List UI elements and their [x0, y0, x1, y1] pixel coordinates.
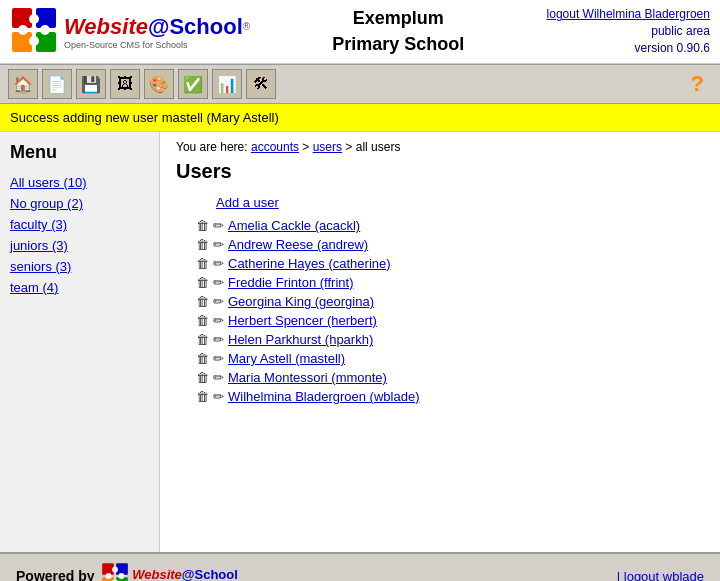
logo-website-text: Website — [64, 14, 148, 40]
page-title: Users — [176, 160, 704, 183]
edit-user-icon[interactable]: ✏ — [213, 275, 224, 290]
user-link[interactable]: Freddie Frinton (ffrint) — [228, 275, 353, 290]
user-link[interactable]: Herbert Spencer (herbert) — [228, 313, 377, 328]
edit-user-icon[interactable]: ✏ — [213, 389, 224, 404]
logout-link[interactable]: | logout wblade — [617, 569, 704, 582]
svg-point-15 — [118, 573, 124, 579]
image-icon[interactable]: 🖼 — [110, 69, 140, 99]
svg-rect-3 — [36, 32, 56, 52]
delete-user-icon[interactable]: 🗑 — [196, 370, 209, 385]
user-link[interactable]: Georgina King (georgina) — [228, 294, 374, 309]
breadcrumb-current: all users — [356, 140, 401, 154]
edit-user-icon[interactable]: ✏ — [213, 313, 224, 328]
logo-registered: ® — [243, 21, 250, 32]
user-link[interactable]: Catherine Hayes (catherine) — [228, 256, 391, 271]
user-row: 🗑✏Wilhelmina Bladergroen (wblade) — [196, 389, 704, 404]
user-row: 🗑✏Herbert Spencer (herbert) — [196, 313, 704, 328]
user-row: 🗑✏Georgina King (georgina) — [196, 294, 704, 309]
delete-user-icon[interactable]: 🗑 — [196, 332, 209, 347]
delete-user-icon[interactable]: 🗑 — [196, 275, 209, 290]
site-title: Exemplum Primary School — [332, 6, 464, 56]
user-link[interactable]: Wilhelmina Bladergroen (wblade) — [228, 389, 419, 404]
logo-school-text: School — [169, 14, 242, 40]
logo-tagline: Open-Source CMS for Schools — [64, 40, 250, 50]
user-link[interactable]: Andrew Reese (andrew) — [228, 237, 368, 252]
footer: Powered by Website@School | logout wblad… — [0, 552, 720, 581]
document-icon[interactable]: 📄 — [42, 69, 72, 99]
success-message: Success adding new user mastell (Mary As… — [0, 104, 720, 132]
svg-point-4 — [29, 14, 39, 24]
footer-logout: | logout wblade — [617, 569, 704, 582]
sidebar: Menu All users (10) No group (2) faculty… — [0, 132, 160, 552]
chart-icon[interactable]: 📊 — [212, 69, 242, 99]
edit-user-icon[interactable]: ✏ — [213, 370, 224, 385]
user-row: 🗑✏Andrew Reese (andrew) — [196, 237, 704, 252]
check-icon[interactable]: ✅ — [178, 69, 208, 99]
user-link[interactable]: Mary Astell (mastell) — [228, 351, 345, 366]
sidebar-item-juniors[interactable]: juniors (3) — [10, 238, 149, 253]
delete-user-icon[interactable]: 🗑 — [196, 294, 209, 309]
delete-user-icon[interactable]: 🗑 — [196, 351, 209, 366]
sidebar-item-team[interactable]: team (4) — [10, 280, 149, 295]
logo-at-text: @ — [148, 14, 169, 40]
logo-area: Website @ School ® Open-Source CMS for S… — [10, 6, 250, 57]
palette-icon[interactable]: 🎨 — [144, 69, 174, 99]
svg-rect-1 — [36, 8, 56, 28]
user-row: 🗑✏Catherine Hayes (catherine) — [196, 256, 704, 271]
main-layout: Menu All users (10) No group (2) faculty… — [0, 132, 720, 552]
header: Website @ School ® Open-Source CMS for S… — [0, 0, 720, 64]
delete-user-icon[interactable]: 🗑 — [196, 313, 209, 328]
footer-powered-text: Powered by — [16, 568, 95, 581]
svg-point-6 — [29, 36, 39, 46]
user-row: 🗑✏Amelia Cackle (acackl) — [196, 218, 704, 233]
user-row: 🗑✏Maria Montessori (mmonte) — [196, 370, 704, 385]
toolbar-icons: 🏠 📄 💾 🖼 🎨 ✅ 📊 🛠 — [8, 69, 276, 99]
save-icon[interactable]: 💾 — [76, 69, 106, 99]
content-area: You are here: accounts > users > all use… — [160, 132, 720, 552]
sidebar-item-faculty[interactable]: faculty (3) — [10, 217, 149, 232]
home-icon[interactable]: 🏠 — [8, 69, 38, 99]
edit-user-icon[interactable]: ✏ — [213, 332, 224, 347]
edit-user-icon[interactable]: ✏ — [213, 294, 224, 309]
user-row: 🗑✏Mary Astell (mastell) — [196, 351, 704, 366]
svg-rect-0 — [12, 8, 32, 28]
breadcrumb-users[interactable]: users — [313, 140, 342, 154]
svg-rect-2 — [12, 32, 32, 52]
add-user-link[interactable]: Add a user — [216, 195, 704, 210]
help-icon[interactable]: ? — [691, 71, 712, 97]
users-list: 🗑✏Amelia Cackle (acackl)🗑✏Andrew Reese (… — [176, 218, 704, 404]
svg-point-13 — [105, 573, 111, 579]
breadcrumb: You are here: accounts > users > all use… — [176, 140, 704, 154]
edit-user-icon[interactable]: ✏ — [213, 256, 224, 271]
tools-icon[interactable]: 🛠 — [246, 69, 276, 99]
sidebar-title: Menu — [10, 142, 149, 163]
footer-logo: Website@School — [101, 562, 238, 581]
svg-rect-9 — [116, 563, 128, 575]
toolbar: 🏠 📄 💾 🖼 🎨 ✅ 📊 🛠 ? — [0, 64, 720, 104]
svg-point-12 — [112, 567, 118, 573]
delete-user-icon[interactable]: 🗑 — [196, 237, 209, 252]
edit-user-icon[interactable]: ✏ — [213, 218, 224, 233]
footer-logo-icon — [101, 562, 129, 581]
sidebar-item-no-group[interactable]: No group (2) — [10, 196, 149, 211]
user-info: logout Wilhelmina Bladergroen public are… — [547, 6, 710, 56]
logo-puzzle-icon — [10, 6, 58, 54]
logo-brand: Website @ School ® Open-Source CMS for S… — [64, 14, 250, 50]
edit-user-icon[interactable]: ✏ — [213, 351, 224, 366]
footer-left: Powered by Website@School — [16, 562, 238, 581]
user-row: 🗑✏Freddie Frinton (ffrint) — [196, 275, 704, 290]
user-link[interactable]: Maria Montessori (mmonte) — [228, 370, 387, 385]
edit-user-icon[interactable]: ✏ — [213, 237, 224, 252]
user-row: 🗑✏Helen Parkhurst (hparkh) — [196, 332, 704, 347]
breadcrumb-accounts[interactable]: accounts — [251, 140, 299, 154]
user-link[interactable]: Amelia Cackle (acackl) — [228, 218, 360, 233]
svg-point-7 — [40, 25, 50, 35]
svg-rect-8 — [102, 563, 114, 575]
delete-user-icon[interactable]: 🗑 — [196, 389, 209, 404]
delete-user-icon[interactable]: 🗑 — [196, 256, 209, 271]
delete-user-icon[interactable]: 🗑 — [196, 218, 209, 233]
sidebar-item-seniors[interactable]: seniors (3) — [10, 259, 149, 274]
user-link[interactable]: Helen Parkhurst (hparkh) — [228, 332, 373, 347]
svg-point-5 — [18, 25, 28, 35]
sidebar-item-all-users[interactable]: All users (10) — [10, 175, 149, 190]
